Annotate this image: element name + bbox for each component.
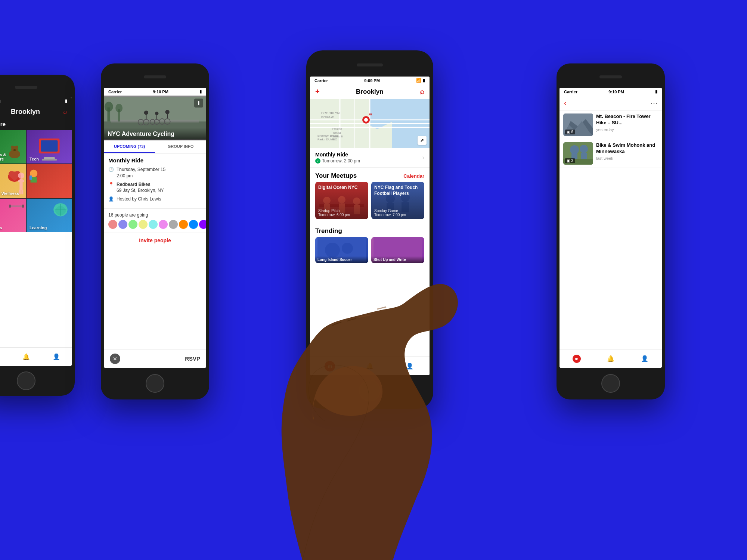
map-expand-icon[interactable]: ⇗ bbox=[418, 136, 427, 145]
phone2-home-button[interactable] bbox=[146, 374, 164, 393]
map-area[interactable]: BROOKLYN BRIDGE Brooklyn Bridge Park / D… bbox=[310, 99, 430, 148]
event-host: Hosted by Chris Lewis bbox=[117, 196, 161, 202]
category-learning[interactable]: Learning bbox=[27, 199, 72, 232]
phone1-status-bar: 9:09 PM ▮ bbox=[0, 97, 72, 105]
more-icon[interactable]: ⋯ bbox=[651, 99, 657, 107]
phone1-tab-bar: m bbox=[0, 347, 72, 366]
card1-info: Startup Pitch Tomorrow, 6:00 pm bbox=[318, 209, 365, 217]
share-icon[interactable]: ⬆ bbox=[194, 99, 203, 108]
tab-upcoming[interactable]: UPCOMING (73) bbox=[104, 140, 155, 153]
phone1-status-icons: ▮ bbox=[65, 99, 67, 103]
card1-title: Digital Ocean NYC bbox=[318, 185, 365, 191]
svg-point-45 bbox=[165, 110, 169, 114]
phone4-speaker bbox=[599, 75, 622, 78]
search-icon[interactable]: ⌕ bbox=[63, 108, 67, 116]
svg-point-91 bbox=[580, 145, 588, 153]
event-title: Monthly Ride bbox=[108, 157, 202, 164]
phone1-explore-header: ◂ Brooklyn ⌕ bbox=[0, 105, 72, 119]
phone2-time: 9:10 PM bbox=[153, 90, 168, 94]
phone3-time: 9:09 PM bbox=[364, 78, 380, 83]
svg-text:Sands St: Sands St bbox=[332, 135, 343, 138]
next-event-time: ✓ Tomorrow, 2:00 pm bbox=[315, 158, 360, 164]
phone2-status-bar: Carrier 9:10 PM ▮ bbox=[104, 88, 206, 96]
avatar-8 bbox=[179, 220, 188, 229]
svg-point-89 bbox=[570, 145, 579, 154]
next-event-bar: Monthly Ride ✓ Tomorrow, 2:00 pm › bbox=[310, 148, 430, 168]
activity-item-2[interactable]: ▣ 3 Bike & Swim Mohonk and Minnewaska la… bbox=[560, 139, 662, 168]
photo-count-text-1: 6 bbox=[571, 130, 573, 134]
category-outdoors[interactable]: Outdoors & Adventure bbox=[0, 130, 26, 164]
phone3-speaker bbox=[357, 63, 383, 66]
location-icon: 📍 bbox=[108, 182, 114, 187]
phone1-title: Brooklyn bbox=[11, 108, 40, 116]
avatar-row bbox=[108, 220, 202, 229]
your-meetups-header: Your Meetups Calendar bbox=[310, 168, 430, 182]
card1-time: Tomorrow, 6:00 pm bbox=[318, 213, 365, 217]
svg-rect-12 bbox=[22, 180, 24, 182]
photo-count-1: ▣ 6 bbox=[565, 130, 575, 134]
tab4-profile[interactable] bbox=[639, 354, 650, 364]
avatar-2 bbox=[118, 220, 127, 229]
battery-icon: ▮ bbox=[65, 99, 67, 103]
phone4-tab-bar: m bbox=[560, 349, 662, 368]
card1-subtitle: Startup Pitch bbox=[318, 209, 365, 213]
tab-bell[interactable] bbox=[21, 352, 31, 362]
activity-time-1: yesterday bbox=[596, 127, 658, 132]
meetup-card-2[interactable]: NYC Flag and Touch Football Players Sund… bbox=[371, 182, 424, 219]
fitness-label: & Fitness bbox=[0, 225, 2, 230]
invite-button[interactable]: Invite people bbox=[104, 233, 206, 248]
phone4-home-button[interactable] bbox=[601, 374, 620, 393]
phone4-status-bar: Carrier 9:10 PM ▮ bbox=[560, 88, 662, 96]
event-location: Redbeard Bikes bbox=[117, 181, 164, 188]
phone1-time: 9:09 PM bbox=[0, 99, 1, 103]
category-misc[interactable] bbox=[27, 164, 72, 198]
tech-label: Tech bbox=[30, 157, 39, 161]
phone1-home-button[interactable] bbox=[17, 371, 35, 390]
svg-point-34 bbox=[105, 102, 113, 112]
tab4-home[interactable]: m bbox=[571, 354, 582, 364]
phone4-status-icons: ▮ bbox=[655, 89, 657, 94]
phone4-screen: Carrier 9:10 PM ▮ ‹ ⋯ bbox=[560, 88, 662, 368]
svg-rect-13 bbox=[19, 190, 21, 194]
activity-time-2: last week bbox=[596, 156, 658, 161]
activity-item-1[interactable]: ▣ 6 Mt. Beacon - Fire Tower Hike – SU...… bbox=[560, 111, 662, 139]
avatar-3 bbox=[128, 220, 137, 229]
rsvp-close-button[interactable]: ✕ bbox=[110, 354, 120, 364]
svg-point-3 bbox=[15, 146, 18, 149]
search-button[interactable]: ⌕ bbox=[420, 87, 424, 96]
svg-point-4 bbox=[13, 149, 16, 151]
meetup-card-1[interactable]: Digital Ocean NYC Startup Pitch Tomorrow… bbox=[315, 182, 368, 219]
tab-group-info[interactable]: GROUP INFO bbox=[155, 140, 206, 153]
svg-rect-24 bbox=[10, 206, 23, 207]
category-health[interactable]: Health & Wellness bbox=[0, 164, 26, 198]
tab4-bell[interactable] bbox=[605, 354, 616, 364]
battery-icon: ▮ bbox=[423, 78, 425, 83]
phone3-status-icons: 📶 ▮ bbox=[416, 78, 425, 83]
phone1-screen: 9:09 PM ▮ ◂ Brooklyn ⌕ Explore bbox=[0, 97, 72, 366]
avatar-7 bbox=[169, 220, 178, 229]
group-name: NYC Adventure Cycling bbox=[108, 131, 202, 137]
misc-bg bbox=[27, 164, 72, 198]
svg-point-66 bbox=[364, 118, 368, 122]
hand-overlay bbox=[247, 224, 493, 560]
add-button[interactable]: + bbox=[315, 87, 320, 96]
category-tech[interactable]: Tech bbox=[27, 130, 72, 164]
calendar-link[interactable]: Calendar bbox=[403, 173, 424, 179]
rsvp-button[interactable]: RSVP bbox=[185, 355, 200, 362]
group-tabs: UPCOMING (73) GROUP INFO bbox=[104, 140, 206, 153]
card2-title: NYC Flag and Touch Football Players bbox=[374, 185, 421, 196]
back-button[interactable]: ‹ bbox=[564, 99, 567, 107]
svg-rect-17 bbox=[30, 175, 32, 180]
phone4-header: ‹ ⋯ bbox=[560, 96, 662, 111]
svg-rect-26 bbox=[22, 205, 24, 208]
battery-icon: ▮ bbox=[199, 89, 202, 94]
category-fitness[interactable]: & Fitness bbox=[0, 199, 26, 232]
svg-rect-11 bbox=[18, 180, 21, 182]
svg-point-9 bbox=[18, 173, 24, 179]
explore-grid: Outdoors & Adventure Tech bbox=[0, 130, 72, 232]
tab-profile[interactable] bbox=[51, 352, 62, 362]
phone2-screen: Carrier 9:10 PM ▮ bbox=[104, 88, 206, 368]
explore-title: Explore bbox=[0, 121, 6, 127]
tab-home[interactable]: m bbox=[0, 352, 1, 362]
card2-subtitle: Sunday Game bbox=[374, 209, 421, 213]
